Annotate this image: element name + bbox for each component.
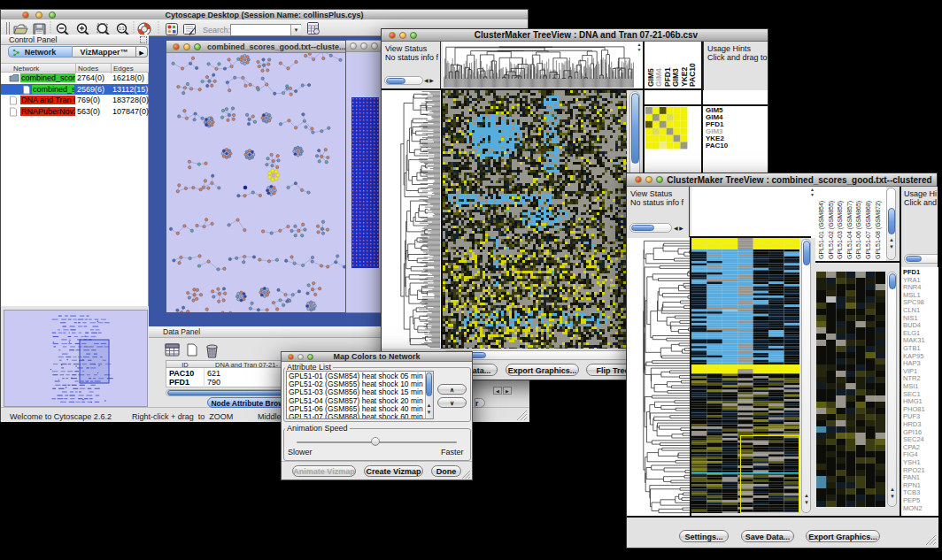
svg-text:GPL51-08 (GSM872): GPL51-08 (GSM872) — [875, 201, 882, 259]
svg-text:GPL51-04 (GSM857): GPL51-04 (GSM857) — [846, 201, 853, 259]
svg-text:GPL51-07 (GSM868): GPL51-07 (GSM868) — [865, 201, 872, 259]
svg-text:GPL51-01 (GSM854): GPL51-01 (GSM854) — [818, 201, 825, 259]
svg-text:GPL51-03 (GSM856): GPL51-03 (GSM856) — [837, 201, 844, 259]
svg-text:PAC10: PAC10 — [688, 63, 697, 87]
svg-text:MON2: MON2 — [903, 504, 923, 512]
svg-text:GPL51-02 (GSM855): GPL51-02 (GSM855) — [828, 201, 835, 259]
svg-text:GPL51-06 (GSM865): GPL51-06 (GSM865) — [855, 201, 862, 259]
svg-text:1:1: 1:1 — [119, 27, 125, 31]
